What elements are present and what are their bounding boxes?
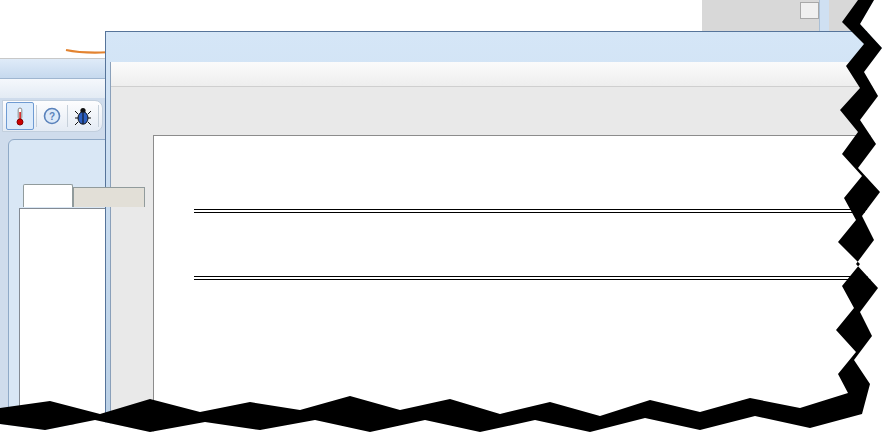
rule (194, 276, 895, 277)
print-preview-window (105, 31, 895, 441)
thermometer-icon (11, 106, 29, 126)
thermometer-button[interactable] (6, 102, 34, 130)
app-menu-bar (0, 79, 110, 98)
print-preview-client (110, 62, 894, 440)
bug-icon (74, 106, 92, 126)
bug-button[interactable] (70, 103, 96, 129)
report-page (153, 135, 895, 441)
vertical-scrollbar[interactable] (819, 0, 829, 31)
help-button[interactable]: ? (39, 103, 65, 129)
scroll-up-arrow-icon[interactable] (798, 19, 818, 30)
spreadsheet-gray-area (702, 0, 862, 31)
menu-wells[interactable] (0, 87, 16, 89)
svg-text:?: ? (49, 111, 55, 122)
rule (194, 212, 895, 213)
rule (194, 209, 895, 210)
tab-gas-composition[interactable] (73, 187, 145, 207)
toolbar-separator (36, 105, 37, 127)
app-toolbar: ? (2, 100, 103, 132)
toolbar-separator (98, 105, 99, 127)
smart-tag-icon[interactable] (800, 2, 819, 19)
menu-reservoir[interactable] (19, 87, 35, 89)
print-preview-menu-bar (111, 62, 894, 87)
help-icon: ? (43, 107, 61, 125)
toolbar-separator (67, 105, 68, 127)
rule (194, 279, 895, 280)
tab-basic[interactable] (23, 184, 73, 207)
screenshot-root: ? (0, 0, 895, 441)
